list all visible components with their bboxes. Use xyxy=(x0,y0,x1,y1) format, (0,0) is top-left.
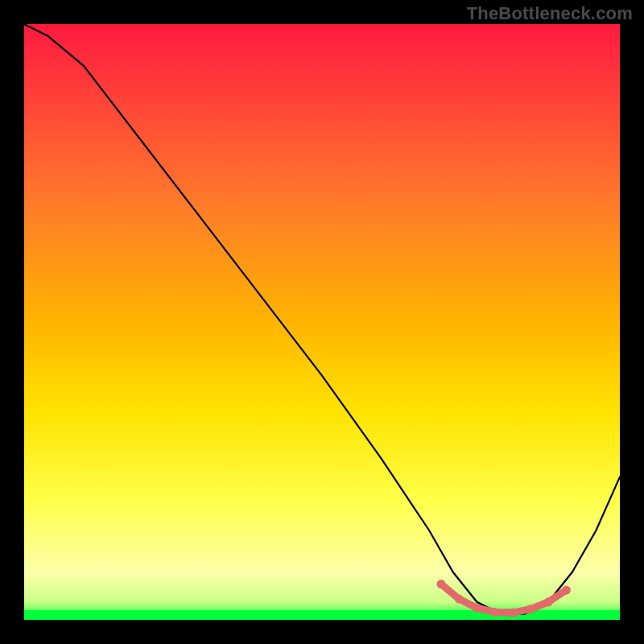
optimal-range-dot xyxy=(455,595,464,604)
watermark-text: TheBottleneck.com xyxy=(467,3,633,24)
optimal-range-dot xyxy=(526,605,535,613)
optimal-range-dot xyxy=(473,604,481,613)
chart-stage: TheBottleneck.com xyxy=(0,0,644,644)
optimal-range-dot xyxy=(562,586,571,595)
optimal-range-dot xyxy=(490,608,499,617)
optimal-range-dot xyxy=(508,609,517,617)
optimal-range-dot xyxy=(437,580,446,588)
optimal-range-dot xyxy=(544,597,553,606)
bottleneck-chart xyxy=(0,0,644,644)
plot-background xyxy=(24,24,620,620)
